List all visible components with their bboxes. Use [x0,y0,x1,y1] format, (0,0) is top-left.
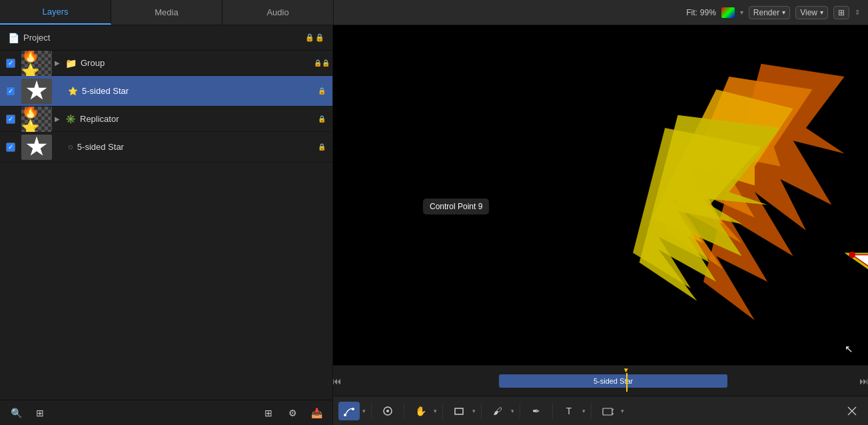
tab-layers[interactable]: Layers [0,0,111,25]
tool-separator-5 [520,403,520,419]
tab-spacer [334,0,678,25]
view-dropdown[interactable]: View [795,6,828,19]
svg-rect-22 [455,408,463,414]
hand-arrow[interactable]: ▾ [434,408,437,414]
transform-point-tool[interactable] [841,402,863,420]
layer-thumb-star1 [21,79,52,104]
project-label: Project [23,33,50,43]
search-layers-button[interactable]: 🔍 [5,404,27,422]
star2-circle-icon: ○ [68,142,73,152]
canvas-section: ↖ Control Point 9 ⏮ 5-sided Star [333,25,868,425]
rectangle-tool[interactable] [448,402,470,420]
main-area: 📄 Project 🔒 🔒 🔥⭐ [0,25,868,425]
pen-tool[interactable]: ✒ [526,402,547,420]
camera-tool[interactable] [597,402,618,420]
lock-icon-1: 🔒 [305,33,314,42]
fit-label: Fit: [686,8,697,17]
layer-checkbox-replicator[interactable] [0,115,21,124]
layer-thumb-group: 🔥⭐ [21,51,52,76]
flame-icon-replicator: 🔥⭐ [21,107,52,132]
project-icon: 📄 [8,33,19,43]
project-bar: 📄 Project 🔒 🔒 [0,25,332,51]
svg-point-21 [386,410,389,412]
layer-row-group[interactable]: 🔥⭐ ▶ 📁 Group 🔒🔒 [0,51,332,76]
camera-arrow[interactable]: ▾ [621,408,624,414]
tab-media[interactable]: Media [111,0,222,25]
canvas-viewport[interactable]: ↖ Control Point 9 [333,25,868,365]
layers-list: 🔥⭐ ▶ 📁 Group 🔒🔒 [0,51,332,400]
tab-audio[interactable]: Audio [222,0,334,25]
render-dropdown[interactable]: Render [749,6,790,19]
window-arrows[interactable]: ⇕ [855,9,860,16]
layer-lock-replicator[interactable]: 🔒 [311,115,332,123]
layer-row-replicator[interactable]: 🔥⭐ ▶ ✳️ Replicator 🔒 [0,107,332,132]
paint-arrow[interactable]: ▾ [511,408,514,414]
bottom-bar: ⏮ 5-sided Star ⏭ [333,365,868,425]
layer-lock-star1[interactable]: 🔒 [311,87,332,95]
paint-tool[interactable]: 🖌 [487,402,508,420]
timeline-start-marker[interactable]: ⏮ [333,376,341,386]
project-lock-icons[interactable]: 🔒 🔒 [305,33,324,42]
layer-name-replicator[interactable]: Replicator [80,114,119,124]
lock-replicator: 🔒 [318,115,326,123]
layer-lock-group[interactable]: 🔒🔒 [311,59,332,67]
checkerboard-button[interactable]: ⊞ [258,404,279,422]
lock-star1: 🔒 [318,87,326,95]
layer-name-group[interactable]: Group [81,58,105,68]
replicator-type-icon: ✳️ [65,114,76,124]
layer-info-replicator: ▶ ✳️ Replicator [55,114,311,124]
layer-checkbox-group[interactable] [0,59,21,68]
layer-checkbox-star1[interactable] [0,87,21,96]
lock-star2: 🔒 [318,143,326,151]
bezier-pen-tool[interactable] [338,402,360,420]
toolbar-bottom: ▾ ✋ ▾ [333,396,868,425]
color-dropdown-arrow[interactable]: ▾ [740,9,743,16]
settings-button[interactable]: ⚙ [282,404,303,422]
layer-lock-star2[interactable]: 🔒 [311,143,332,151]
bezier-pen-arrow[interactable]: ▾ [362,408,366,414]
svg-point-18 [344,414,346,416]
layer-checkbox-star2[interactable] [0,143,21,152]
top-bar: Layers Media Audio Fit: 99% ▾ Render Vie… [0,0,868,25]
tool-separator-7 [591,403,592,419]
tool-separator-4 [481,403,482,419]
timeline-clip-star[interactable]: 5-sided Star [499,374,727,388]
checkbox-star1[interactable] [6,87,15,96]
tool-separator-3 [442,403,443,419]
fit-value[interactable]: 99% [700,8,716,17]
timeline-end-marker[interactable]: ⏭ [860,376,868,386]
layer-row-star2[interactable]: ○ 5-sided Star 🔒 [0,132,332,163]
layer-name-star1[interactable]: 5-sided Star [82,86,129,96]
lock-dual-group: 🔒🔒 [314,59,330,67]
color-swatch[interactable] [721,7,735,18]
checkbox-star2[interactable] [6,143,15,152]
canvas-svg: ↖ [333,25,868,365]
star1-type-icon: ⭐ [68,87,78,96]
timeline-playhead[interactable] [626,373,628,392]
timeline-track[interactable]: 5-sided Star [346,373,855,389]
checkbox-replicator[interactable] [6,115,15,124]
layer-info-star1: ⭐ 5-sided Star [68,86,311,96]
layout-panel-button[interactable]: ⊞ [29,404,51,422]
checkbox-group[interactable] [6,59,15,68]
window-layout-button[interactable]: ⊞ [833,6,849,19]
right-toolbar-tools [841,402,863,420]
star-white-thumb1 [26,81,47,102]
layer-name-star2[interactable]: 5-sided Star [77,142,124,152]
svg-rect-23 [603,408,612,415]
layer-row-star1[interactable]: ⭐ 5-sided Star 🔒 [0,76,332,107]
text-tool[interactable]: T [558,402,580,420]
expand-group[interactable]: ▶ [55,59,60,67]
layers-panel: 📄 Project 🔒 🔒 🔥⭐ [0,25,333,425]
lock-icon-2: 🔒 [315,33,324,42]
text-arrow[interactable]: ▾ [582,408,586,414]
hand-tool[interactable]: ✋ [410,402,431,420]
expand-replicator[interactable]: ▶ [55,115,60,123]
svg-point-12 [849,252,855,258]
rectangle-arrow[interactable]: ▾ [472,408,476,414]
thumb-checkerboard-replicator: 🔥⭐ [21,107,52,132]
top-right-controls: Fit: 99% ▾ Render View ⊞ ⇕ [678,0,868,25]
import-button[interactable]: 📥 [306,404,327,422]
group-type-icon: 📁 [65,58,77,69]
transform-tool[interactable] [377,402,398,420]
